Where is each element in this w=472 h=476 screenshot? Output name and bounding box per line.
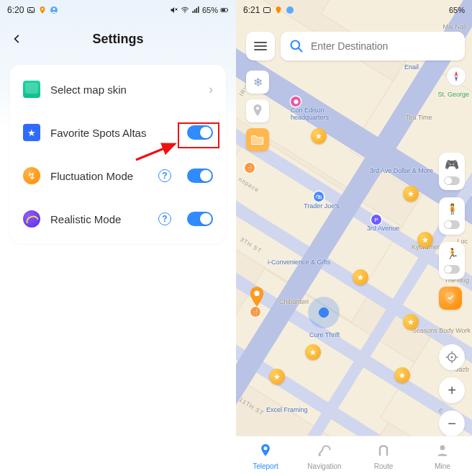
poi-icon[interactable]: 🛍	[314, 192, 324, 202]
row-select-map-skin[interactable]: Select map skin ›	[10, 68, 226, 111]
row-label: Select map skin	[50, 84, 199, 96]
svg-point-33	[440, 445, 445, 450]
shirt-icon	[23, 81, 40, 98]
signal-icon	[191, 6, 200, 14]
page-title: Settings	[0, 32, 236, 47]
map-label: Chibanteri	[279, 298, 309, 305]
annotation-arrow-icon	[133, 143, 183, 164]
mute-icon	[417, 6, 425, 14]
svg-rect-17	[264, 8, 271, 13]
nav-mine[interactable]: Mine	[413, 436, 472, 476]
signal-icon	[438, 6, 447, 14]
svg-point-2	[42, 8, 44, 10]
mode-joystick[interactable]: 🎮	[439, 153, 465, 190]
help-icon[interactable]: ?	[158, 212, 171, 225]
svg-rect-13	[227, 9, 228, 11]
map-label: i-Convenience & Gifts	[268, 259, 330, 266]
svg-point-16	[254, 291, 259, 296]
svg-line-15	[136, 144, 175, 160]
pin-tool[interactable]	[246, 99, 269, 122]
location-pin-icon	[38, 6, 47, 14]
destination-input[interactable]	[311, 40, 456, 52]
favorite-spot-icon[interactable]: ★	[403, 314, 419, 330]
nav-label: Navigation	[307, 462, 341, 470]
teleport-icon	[258, 443, 273, 461]
nav-route[interactable]: Route	[354, 436, 413, 476]
person-icon: 🧍	[446, 203, 458, 215]
status-time: 6:20	[7, 5, 24, 15]
svg-rect-10	[196, 8, 197, 13]
row-realistic-mode: Realistic Mode ?	[10, 197, 226, 241]
fluctuation-icon: ↯	[23, 167, 40, 184]
locate-button[interactable]	[439, 344, 465, 370]
mode-walk[interactable]: 🧍	[439, 197, 465, 235]
image-icon	[27, 6, 35, 14]
row-label: Favorite Spots Altas	[50, 127, 177, 139]
svg-point-4	[53, 8, 55, 10]
svg-point-32	[319, 454, 321, 456]
battery-icon	[220, 6, 229, 14]
navigation-icon	[317, 443, 332, 461]
route-icon	[376, 443, 391, 461]
status-bar: 6:20 65%	[0, 0, 236, 20]
svg-point-18	[286, 6, 294, 14]
help-icon[interactable]: ?	[158, 169, 171, 182]
settings-header: Settings	[0, 20, 236, 58]
poi-icon[interactable]: ⬣	[291, 96, 301, 107]
row-label: Fluctuation Mode	[50, 170, 148, 182]
status-bar: 6:21 65%	[236, 0, 472, 20]
svg-point-24	[256, 107, 259, 109]
compass-icon[interactable]	[446, 66, 466, 86]
favorite-spot-icon[interactable]: ★	[311, 128, 327, 144]
image-icon	[263, 6, 271, 14]
map-label: 3rd Avenue	[367, 225, 399, 232]
mode-toggle[interactable]	[444, 220, 460, 229]
realistic-toggle[interactable]	[187, 212, 213, 226]
map-pin-icon[interactable]	[249, 287, 265, 307]
poi-icon[interactable]: 🍴	[245, 163, 255, 173]
zoom-out-button[interactable]: −	[439, 410, 465, 436]
mode-run[interactable]: 🏃	[439, 242, 465, 279]
svg-point-31	[264, 446, 268, 450]
street-label: 11TH ST	[238, 396, 266, 416]
favorite-spot-icon[interactable]: ★	[305, 344, 321, 360]
map-canvas[interactable]: Enail St. George Mai Nail Con Edison hea…	[236, 0, 472, 476]
status-time: 6:21	[243, 5, 260, 15]
status-battery: 65%	[202, 6, 218, 14]
nav-label: Teleport	[253, 462, 278, 470]
fluctuation-toggle[interactable]	[187, 169, 213, 183]
svg-point-26	[451, 356, 453, 359]
mode-toggle[interactable]	[444, 176, 460, 185]
search-box[interactable]	[281, 32, 465, 60]
favorite-spot-icon[interactable]: ★	[394, 367, 410, 383]
shield-button[interactable]	[439, 287, 462, 310]
settings-screen: 6:20 65% Settings Select map	[0, 0, 236, 476]
svg-rect-9	[194, 9, 196, 13]
svg-rect-8	[192, 11, 194, 13]
search-icon	[289, 39, 304, 53]
folder-tool[interactable]	[246, 128, 269, 151]
svg-rect-11	[198, 6, 199, 13]
map-label: headquarters	[291, 114, 329, 121]
poi-icon[interactable]: P	[371, 215, 381, 225]
favorite-spot-icon[interactable]: ★	[403, 186, 419, 202]
nav-teleport[interactable]: Teleport	[236, 436, 295, 476]
map-label: Cure Thrift	[309, 331, 340, 338]
favorite-spot-icon[interactable]: ★	[353, 269, 368, 285]
settings-card: Select map skin › ★ Favorite Spots Altas…	[10, 65, 226, 243]
favorite-spot-icon[interactable]: ★	[269, 369, 285, 385]
menu-button[interactable]	[246, 32, 275, 60]
snowflake-tool[interactable]: ❄	[246, 71, 269, 94]
svg-point-7	[184, 12, 186, 13]
zoom-in-button[interactable]: +	[439, 377, 465, 403]
bottom-nav: Teleport Navigation Route Mine	[236, 436, 472, 476]
map-label: Seasons Body Work	[412, 327, 471, 334]
mute-icon	[170, 6, 178, 14]
poi-icon[interactable]: 🍴	[250, 307, 260, 317]
favorite-spot-icon[interactable]: ★	[417, 232, 433, 248]
planet-icon	[23, 210, 40, 228]
nav-navigation[interactable]: Navigation	[295, 436, 354, 476]
map-label: Trader Joe's	[304, 202, 339, 210]
star-badge-icon: ★	[23, 124, 40, 141]
mode-toggle[interactable]	[444, 265, 460, 274]
